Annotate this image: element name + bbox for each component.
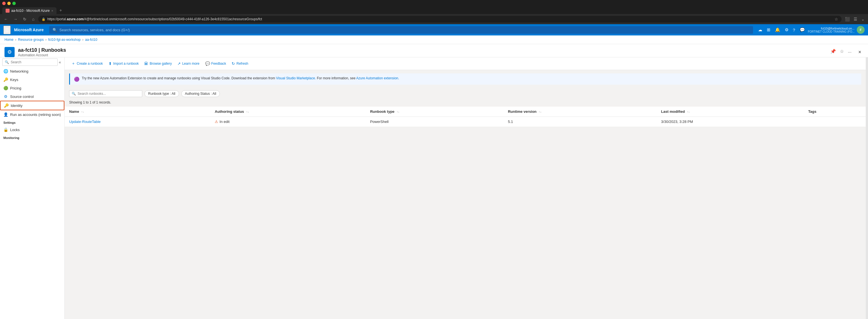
more-options-button[interactable]: ... bbox=[847, 48, 852, 55]
col-last-modified[interactable]: Last modified ↑↓ bbox=[657, 107, 804, 117]
col-last-modified-label: Last modified bbox=[661, 110, 685, 114]
address-bar[interactable]: 🔒 https://portal.azure.com/#@fortinetclo… bbox=[38, 16, 842, 23]
learn-more-button[interactable]: ↗ Learn more bbox=[175, 60, 202, 67]
feedback-icon: 💬 bbox=[205, 61, 210, 66]
runbook-name-link[interactable]: Update-RouteTable bbox=[69, 120, 101, 124]
bookmark-icon[interactable]: ☆ bbox=[835, 17, 838, 21]
search-runbooks-input[interactable] bbox=[78, 92, 140, 96]
azure-search-bar[interactable]: 🔍 Search resources, services, and docs (… bbox=[49, 26, 753, 34]
runbooks-table: Name ↑↓ Authoring status ↑↓ Runbook type… bbox=[65, 107, 866, 127]
back-button[interactable]: ← bbox=[2, 16, 9, 23]
tabs-bar: aa-fct10 - Microsoft Azure × + bbox=[2, 7, 866, 14]
sidebar-item-identity[interactable]: 🔑 Identity bbox=[0, 101, 64, 110]
sort-runtime-icon[interactable]: ↑↓ bbox=[538, 110, 541, 113]
sort-runbook-type-icon[interactable]: ↑↓ bbox=[397, 110, 399, 113]
sort-authoring-icon[interactable]: ↑↓ bbox=[246, 110, 249, 113]
automation-account-icon: ⚙ bbox=[7, 49, 12, 55]
feedback-label: Feedback bbox=[211, 62, 226, 65]
reload-button[interactable]: ↻ bbox=[21, 16, 28, 23]
refresh-label: Refresh bbox=[237, 62, 248, 65]
col-authoring-status[interactable]: Authoring status ↑↓ bbox=[210, 107, 366, 117]
cloud-shell-icon[interactable]: ☁ bbox=[756, 26, 764, 33]
banner-link-1[interactable]: Visual Studio Marketplace. bbox=[276, 76, 316, 80]
active-tab[interactable]: aa-fct10 - Microsoft Azure × bbox=[2, 7, 57, 14]
sidebar: 🔍 « 🌐 Networking 🔑 Keys 🟢 Pricing ⚙ Sour… bbox=[0, 57, 65, 319]
forward-button[interactable]: → bbox=[12, 16, 19, 23]
cell-name: Update-RouteTable bbox=[65, 117, 210, 127]
search-runbooks-wrap[interactable]: 🔍 bbox=[69, 90, 142, 97]
sidebar-search-input[interactable] bbox=[11, 60, 55, 64]
sidebar-item-pricing[interactable]: 🟢 Pricing bbox=[0, 84, 64, 92]
info-banner: 🟣 Try the new Azure Automation Extension… bbox=[69, 74, 861, 85]
table-row[interactable]: Update-RouteTable ⚠ In edit PowerShell 5… bbox=[65, 117, 866, 127]
sidebar-item-label-networking: Networking bbox=[10, 69, 28, 74]
new-tab-button[interactable]: + bbox=[57, 7, 64, 14]
vertical-scrollbar[interactable] bbox=[866, 57, 868, 319]
create-runbook-button[interactable]: ＋ Create a runbook bbox=[69, 60, 105, 67]
content-area: ＋ Create a runbook ⬆ Import a runbook 🏛 … bbox=[65, 57, 866, 319]
authoring-status-filter[interactable]: Authoring Status : All bbox=[181, 90, 220, 97]
breadcrumb-resource-group-name[interactable]: fct10-fgt-as-workshop bbox=[48, 38, 81, 41]
notifications-icon[interactable]: 🔔 bbox=[773, 26, 782, 33]
traffic-light-red[interactable] bbox=[2, 2, 6, 5]
sidebar-item-networking[interactable]: 🌐 Networking bbox=[0, 67, 64, 76]
filter-search-icon: 🔍 bbox=[72, 92, 76, 96]
breadcrumb-home[interactable]: Home bbox=[4, 38, 13, 41]
sidebar-item-run-as-accounts[interactable]: 👤 Run as accounts (retiring soon) bbox=[0, 110, 64, 119]
sort-name-icon[interactable]: ↑↓ bbox=[81, 110, 84, 113]
sidebar-toggle-button[interactable]: ☰ bbox=[3, 26, 11, 34]
browser-menu-icon[interactable]: ☰ bbox=[852, 16, 859, 23]
close-panel-button[interactable]: × bbox=[856, 48, 864, 56]
sort-last-modified-icon[interactable]: ↑↓ bbox=[687, 110, 690, 113]
resource-title: aa-fct10 | Runbooks bbox=[18, 47, 826, 53]
breadcrumb-resource-name[interactable]: aa-fct10 bbox=[85, 38, 97, 41]
info-banner-text: Try the new Azure Automation Extension t… bbox=[82, 76, 399, 80]
col-runbook-type[interactable]: Runbook type ↑↓ bbox=[366, 107, 503, 117]
pin-icon: 📌 bbox=[830, 49, 836, 54]
resource-icon: ⚙ bbox=[4, 47, 14, 57]
resource-subtitle: Automation Account bbox=[18, 53, 826, 57]
learn-icon: ↗ bbox=[177, 61, 181, 66]
home-button[interactable]: ⌂ bbox=[30, 16, 36, 23]
favorite-button[interactable]: ☆ bbox=[839, 48, 845, 55]
sidebar-item-label-run-as-accounts: Run as accounts (retiring soon) bbox=[10, 113, 61, 117]
help-icon[interactable]: ? bbox=[791, 26, 797, 33]
col-runbook-type-label: Runbook type bbox=[370, 110, 395, 114]
col-runtime-version[interactable]: Runtime version ↑↓ bbox=[503, 107, 657, 117]
banner-link-2[interactable]: Azure Automation extension. bbox=[356, 76, 399, 80]
keys-icon: 🔑 bbox=[3, 77, 8, 82]
tab-favicon bbox=[6, 9, 9, 13]
networking-icon: 🌐 bbox=[3, 69, 8, 74]
col-name[interactable]: Name ↑↓ bbox=[65, 107, 210, 117]
feedback-header-icon[interactable]: 💬 bbox=[798, 26, 807, 33]
resource-actions: 📌 ☆ ... bbox=[829, 48, 852, 57]
sidebar-item-locks[interactable]: 🔒 Locks bbox=[0, 125, 64, 134]
traffic-light-green[interactable] bbox=[12, 2, 16, 5]
sidebar-collapse-button[interactable]: « bbox=[58, 59, 62, 65]
col-tags-label: Tags bbox=[808, 110, 816, 114]
cell-runbook-type: PowerShell bbox=[366, 117, 503, 127]
refresh-button[interactable]: ↻ Refresh bbox=[229, 60, 250, 67]
sidebar-search-wrap[interactable]: 🔍 bbox=[2, 59, 58, 66]
tab-close-btn[interactable]: × bbox=[52, 9, 53, 12]
portal-icon[interactable]: ⊞ bbox=[765, 26, 772, 33]
browser-chrome: aa-fct10 - Microsoft Azure × + bbox=[0, 0, 868, 14]
traffic-light-yellow[interactable] bbox=[7, 2, 11, 5]
sidebar-item-keys[interactable]: 🔑 Keys bbox=[0, 76, 64, 84]
sidebar-item-label-locks: Locks bbox=[10, 128, 20, 132]
feedback-button[interactable]: 💬 Feedback bbox=[203, 60, 228, 67]
browse-gallery-button[interactable]: 🏛 Browse gallery bbox=[142, 60, 174, 67]
runbook-type-filter[interactable]: Runbook type : All bbox=[145, 90, 179, 97]
breadcrumb-resource-groups[interactable]: Resource groups bbox=[18, 38, 43, 41]
extensions-icon[interactable]: ⬛ bbox=[844, 16, 851, 23]
pin-button[interactable]: 📌 bbox=[829, 48, 837, 55]
browser-expand-icon[interactable]: ⌄ bbox=[860, 16, 866, 23]
col-tags[interactable]: Tags bbox=[804, 107, 866, 117]
user-avatar[interactable]: F bbox=[857, 26, 865, 34]
sidebar-item-source-control[interactable]: ⚙ Source control bbox=[0, 92, 64, 101]
banner-text-2: For more information, see bbox=[317, 76, 356, 80]
identity-icon: 🔑 bbox=[4, 103, 8, 108]
settings-icon[interactable]: ⚙ bbox=[783, 26, 790, 33]
import-runbook-button[interactable]: ⬆ Import a runbook bbox=[106, 60, 141, 67]
cell-authoring-status: ⚠ In edit bbox=[210, 117, 366, 127]
